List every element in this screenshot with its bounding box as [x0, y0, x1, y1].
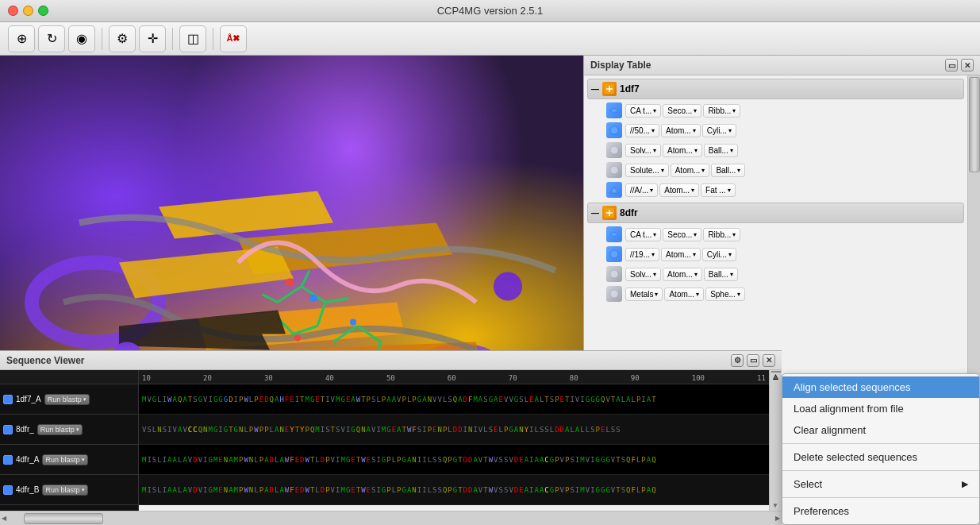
minimize-button[interactable]	[23, 6, 33, 16]
seq-close-btn[interactable]: ✕	[763, 354, 775, 367]
seq-scrollbar-h[interactable]: ◀ ▶	[0, 511, 782, 525]
dt-cell-cyl[interactable]: Cyli...	[702, 124, 736, 137]
seq-scrollbar-v[interactable]: ▲ ▲ ▼	[769, 370, 782, 511]
maximize-button[interactable]	[38, 6, 48, 16]
dt-cell-solv[interactable]: Solv...	[625, 144, 661, 157]
dt-cell-atom6[interactable]: Atom...	[663, 268, 702, 281]
seq-blastp-4dfra[interactable]: Run blastp	[42, 454, 87, 465]
seq-minimize-btn[interactable]: ▭	[747, 354, 759, 367]
dt-cell-ball[interactable]: Ball...	[704, 144, 738, 157]
seq-check-1df7a[interactable]	[3, 395, 13, 404]
svg-point-15	[494, 272, 522, 301]
seq-blastp-4dfrb[interactable]: Run blastp	[42, 484, 87, 496]
view-toolbar-btn[interactable]: ◫	[179, 25, 206, 52]
seq-settings-btn[interactable]: ⚙	[731, 354, 744, 367]
svg-point-23	[610, 146, 618, 154]
rotation-toolbar-btn[interactable]: ↻	[38, 25, 65, 52]
dt-cell-ca-trace[interactable]: CA t...	[625, 104, 661, 118]
settings-toolbar-btn[interactable]: ⚙	[109, 25, 136, 52]
dt-cell-ball3[interactable]: Ball...	[704, 268, 738, 281]
seq-text-1df7a: 1df7_A	[16, 395, 41, 403]
seq-label-4dfrb: 4dfr_B Run blastp	[0, 475, 138, 505]
dt-8dfr-icon	[602, 206, 617, 220]
color-icon: ◉	[76, 31, 87, 46]
cm-align-sequences[interactable]: Align selected sequences	[782, 376, 979, 398]
dt-cell-fat[interactable]: Fat ...	[701, 183, 736, 197]
dt-cell-ribbon[interactable]: Ribb...	[703, 104, 740, 118]
svg-point-22	[610, 126, 618, 134]
seq-scroll-right-arrow[interactable]: ▶	[775, 515, 780, 522]
dt-cell-atom2[interactable]: Atom...	[663, 144, 702, 157]
cm-delete-sequences[interactable]: Delete selected sequences	[782, 446, 979, 468]
dt-cell-19[interactable]: //19...	[625, 248, 659, 261]
seq-scroll-up[interactable]: ▲	[771, 371, 781, 373]
dt-group-8dfr: — 8dfr CA t... Seco... Ribb...	[587, 203, 964, 303]
seq-check-4dfrb[interactable]	[3, 485, 13, 495]
ruler-80: 80	[570, 374, 578, 382]
seq-scroll-left-arrow[interactable]: ◀	[2, 515, 6, 522]
dt-cell-atom[interactable]: Atom...	[661, 124, 701, 137]
seq-scroll-down-arrow[interactable]: ▼	[769, 502, 782, 509]
svg-point-24	[610, 166, 618, 174]
dt-cell-atom7[interactable]: Atom...	[664, 288, 704, 301]
cm-preferences[interactable]: Preferences	[782, 500, 979, 522]
dt-controls[interactable]: ▭ ✕	[945, 59, 974, 71]
dt-cell-ribb2[interactable]: Ribb...	[703, 228, 740, 241]
seq-check-8dfr[interactable]	[3, 425, 13, 434]
seq-h-thumb[interactable]	[24, 513, 103, 524]
script-toolbar-btn[interactable]: Å✖	[220, 25, 247, 52]
dt-cell-solv2[interactable]: Solv...	[625, 268, 661, 281]
dt-cell-seco2[interactable]: Seco...	[663, 228, 701, 241]
dt-group-8dfr-header[interactable]: — 8dfr	[587, 203, 964, 223]
seq-viewer-header: Sequence Viewer ⚙ ▭ ✕	[0, 351, 782, 370]
dt-cell-50[interactable]: //50...	[625, 124, 659, 137]
seq-header-controls[interactable]: ⚙ ▭ ✕	[731, 354, 775, 367]
settings-icon: ⚙	[117, 31, 128, 46]
dt-cell-sphe[interactable]: Sphe...	[705, 288, 745, 301]
dt-cell-atom4[interactable]: Atom...	[659, 183, 699, 197]
cm-select[interactable]: Select ▶	[782, 473, 979, 495]
dt-expand-8dfr[interactable]: —	[591, 209, 599, 218]
dt-scrollbar-thumb[interactable]	[969, 77, 980, 172]
dt-group-1df7: — 1df7 CA t... Seco... Ribb...	[587, 79, 964, 199]
dt-row-icon	[606, 286, 622, 302]
dt-row-icon	[606, 246, 622, 262]
dt-cell-cyl2[interactable]: Cyli...	[702, 248, 736, 261]
dt-cell-ball2[interactable]: Ball...	[711, 164, 745, 177]
seq-blastp-1df7a[interactable]: Run blastp	[44, 394, 90, 405]
seq-check-4dfra[interactable]	[3, 455, 13, 465]
dt-row-icon	[606, 102, 622, 118]
dt-cell-atom3[interactable]: Atom...	[671, 164, 710, 177]
cm-clear-alignment[interactable]: Clear alignment	[782, 419, 979, 441]
seq-blastp-8dfr[interactable]: Run blastp	[37, 424, 83, 435]
dt-group-1df7-header[interactable]: — 1df7	[587, 79, 964, 99]
dt-close-btn[interactable]: ✕	[961, 59, 974, 71]
sequence-viewer-panel: Sequence Viewer ⚙ ▭ ✕ 1df7_A Run blastp …	[0, 350, 782, 525]
dt-1df7-label: 1df7	[620, 83, 640, 95]
close-button[interactable]	[8, 6, 18, 16]
dt-cell-a[interactable]: //A/...	[625, 183, 658, 197]
dt-cell-metals[interactable]: Metals	[625, 288, 663, 301]
dt-minimize-btn[interactable]: ▭	[945, 59, 958, 71]
cm-load-alignment[interactable]: Load alignment from file	[782, 398, 979, 419]
crystal-toolbar-btn[interactable]: ⊕	[8, 25, 35, 52]
svg-point-18	[309, 295, 317, 303]
dt-expand-1df7[interactable]: —	[591, 85, 599, 94]
dt-cell-solute[interactable]: Solute...	[625, 164, 669, 177]
dt-row: Metals Atom... Sphe...	[603, 284, 964, 303]
seq-data-1df7a: MVGLIWAQATSGVIGGGDIPWLPEDQAHFEITMGETIVMG…	[142, 396, 657, 403]
seq-viewer-title: Sequence Viewer	[6, 355, 85, 366]
crosshair-toolbar-btn[interactable]: ✛	[139, 25, 166, 52]
seq-data-4dfrb: MISLIAALAVDVIGMENAMPWNLPADLAWFEDWTLDPVIM…	[142, 486, 657, 494]
dt-cell-secondary[interactable]: Seco...	[663, 104, 701, 118]
window-controls[interactable]	[8, 6, 48, 16]
seq-label-1df7a: 1df7_A Run blastp	[0, 384, 138, 415]
seq-ruler: 10 20 30 40 50 60 70 80 90 100 11	[139, 370, 769, 384]
dt-cell-ca2[interactable]: CA t...	[625, 228, 661, 241]
seq-labels-panel: 1df7_A Run blastp 8dfr_ Run blastp 4dfr_…	[0, 370, 139, 511]
svg-line-8	[262, 295, 278, 303]
cm-separator-2	[782, 470, 979, 471]
seq-row-1df7a: MVGLIWAQATSGVIGGGDIPWLPEDQAHFEITMGETIVMG…	[139, 384, 769, 415]
dt-cell-atom5[interactable]: Atom...	[661, 248, 701, 261]
color-toolbar-btn[interactable]: ◉	[68, 25, 95, 52]
